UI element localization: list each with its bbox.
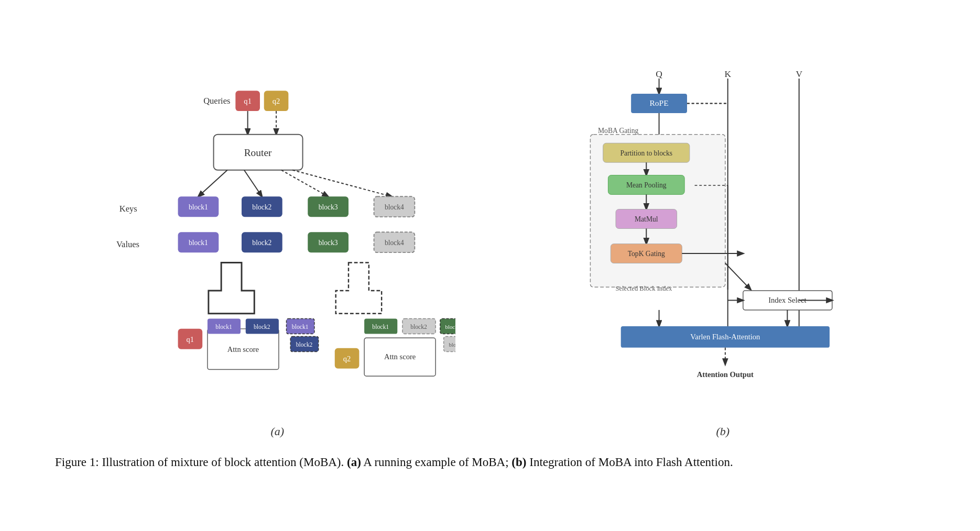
moba-gating-label: MoBA Gating xyxy=(598,127,639,135)
keys-label: Keys xyxy=(119,204,137,214)
queries-label: Queries xyxy=(203,96,230,106)
values-block4-label: block4 xyxy=(385,239,404,247)
stacked-gray-label: block2 xyxy=(449,341,456,348)
partition-label: Partition to blocks xyxy=(620,149,673,157)
rope-label: RoPE xyxy=(650,99,669,108)
topk-to-index2 xyxy=(725,263,751,290)
attn-score-q1-label: Attn score xyxy=(227,345,259,353)
q-label: Q xyxy=(656,69,663,79)
big-arrow-down xyxy=(209,263,254,314)
attn-score-q2-label: Attn score xyxy=(384,352,416,361)
stacked-green-label: block1 xyxy=(445,324,455,330)
attention-output-label: Attention Output xyxy=(697,370,754,379)
k-label: K xyxy=(725,69,732,79)
router-to-block1-arrow xyxy=(199,170,227,197)
values-label: Values xyxy=(116,240,139,250)
q2-label: q2 xyxy=(273,97,280,106)
router-to-block2-arrow xyxy=(244,170,262,197)
figure-a: Queries q1 q2 Router Keys Values xyxy=(55,59,500,438)
figure-b-svg: Q K V RoPE MoBA Gating xyxy=(565,59,880,415)
bottom-block2-gray-label: block2 xyxy=(410,324,427,330)
values-block3-label: block3 xyxy=(319,239,338,247)
matmul-label: MatMul xyxy=(635,215,658,223)
caption-partb: (b) xyxy=(511,456,526,469)
keys-block3-label: block3 xyxy=(319,203,338,211)
stacked-block2-label: block2 xyxy=(296,341,313,348)
caption-prefix: Figure 1: Illustration of mixture of blo… xyxy=(55,456,347,469)
topk-label: TopK Gating xyxy=(628,250,665,258)
caption-parta: (a) xyxy=(347,456,361,469)
keys-block2-label: block2 xyxy=(253,203,272,211)
caption-midtext: A running example of MoBA; xyxy=(361,456,511,469)
q2-bottom-label: q2 xyxy=(343,355,351,363)
keys-block1-label: block1 xyxy=(189,203,208,211)
keys-block4-label: block4 xyxy=(385,203,404,211)
mean-pooling-label: Mean Pooling xyxy=(626,181,667,189)
v-label: V xyxy=(796,69,803,79)
bottom-block2-blue-label: block2 xyxy=(254,324,270,330)
values-block2-label: block2 xyxy=(253,239,272,247)
figures-row: Queries q1 q2 Router Keys Values xyxy=(55,59,925,438)
bottom-block1-purple-label: block1 xyxy=(215,324,232,330)
figure-b: Q K V RoPE MoBA Gating xyxy=(521,59,925,438)
varlen-label: Varlen Flash-Attention xyxy=(691,333,761,341)
fig-a-label: (a) xyxy=(270,425,284,438)
router-to-block3-arrow xyxy=(281,170,328,197)
fig-b-label: (b) xyxy=(716,425,729,438)
stacked-block1-label: block1 xyxy=(292,324,309,330)
caption: Figure 1: Illustration of mixture of blo… xyxy=(55,453,925,472)
main-container: Queries q1 q2 Router Keys Values xyxy=(45,38,935,493)
big-arrow-dash-down xyxy=(336,263,382,314)
figure-a-svg: Queries q1 q2 Router Keys Values xyxy=(99,59,455,415)
selected-block-label: Selected Block Index xyxy=(616,285,673,292)
caption-endtext: Integration of MoBA into Flash Attention… xyxy=(526,456,733,469)
q1-bottom-label: q1 xyxy=(187,335,194,344)
bottom-block1-green-label: block1 xyxy=(373,324,389,330)
q1-label: q1 xyxy=(244,97,252,106)
values-block1-label: block1 xyxy=(189,239,208,247)
router-to-block4-arrow xyxy=(292,170,391,197)
router-label: Router xyxy=(244,147,272,158)
